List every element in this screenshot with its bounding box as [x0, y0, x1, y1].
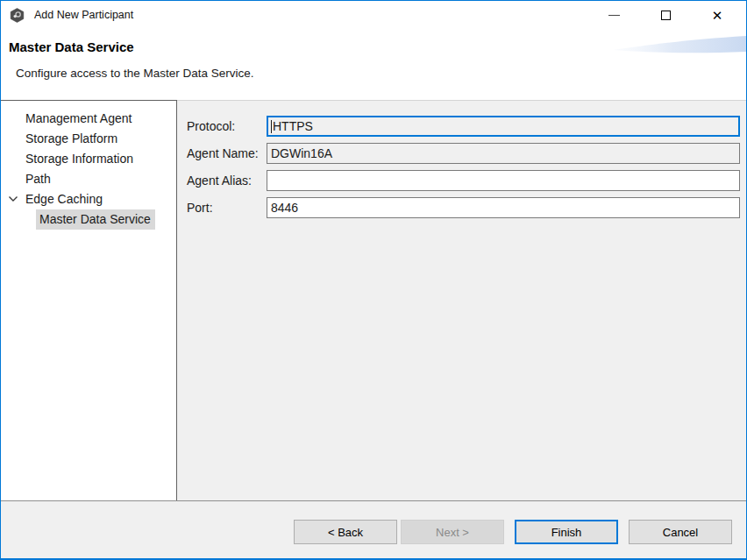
sidebar-item-edge-caching[interactable]: Edge Caching — [1, 189, 176, 209]
sidebar-item-storage-information[interactable]: Storage Information — [1, 149, 176, 169]
cancel-button[interactable]: Cancel — [629, 520, 732, 544]
sidebar-item-label: Path — [25, 172, 51, 186]
title-bar: Add New Participant ✕ — [1, 1, 746, 29]
back-button[interactable]: < Back — [294, 520, 397, 544]
button-bar: < Back Next > Finish Cancel — [1, 500, 746, 559]
sidebar-item-label: Edge Caching — [25, 192, 103, 206]
close-button[interactable]: ✕ — [706, 2, 729, 28]
sidebar-item-label: Storage Platform — [25, 131, 117, 145]
wizard-header: Master Data Service Configure access to … — [1, 29, 746, 100]
agent-name-input[interactable] — [267, 143, 740, 164]
port-input[interactable] — [267, 197, 740, 218]
agent-alias-input[interactable] — [267, 170, 740, 191]
header-swoosh-decoration — [613, 34, 746, 55]
maximize-icon — [661, 11, 671, 20]
protocol-label: Protocol: — [187, 116, 267, 137]
page-subtitle: Configure access to the Master Data Serv… — [16, 67, 746, 80]
hexagon-app-icon — [10, 8, 25, 23]
dialog-window: Add New Participant ✕ Mast — [0, 0, 747, 560]
agent-name-label: Agent Name: — [187, 143, 267, 164]
form-grid: Protocol: Agent Name: Agent Alias: Port: — [187, 116, 746, 218]
sidebar-item-label-selected: Master Data Service — [36, 209, 155, 230]
sidebar-item-storage-platform[interactable]: Storage Platform — [1, 129, 176, 149]
finish-button[interactable]: Finish — [515, 520, 618, 544]
window-controls: ✕ — [602, 1, 729, 29]
window-title: Add New Participant — [34, 1, 133, 29]
maximize-button[interactable] — [654, 2, 677, 28]
minimize-button[interactable] — [602, 2, 625, 28]
form-content-pane: Protocol: Agent Name: Agent Alias: Port: — [177, 100, 746, 500]
chevron-down-icon[interactable] — [8, 195, 18, 202]
sidebar-item-management-agent[interactable]: Management Agent — [1, 109, 176, 129]
sidebar-item-label: Management Agent — [25, 111, 132, 125]
sidebar-item-master-data-service[interactable]: Master Data Service — [1, 209, 176, 230]
dialog-body: Management Agent Storage Platform Storag… — [1, 100, 746, 500]
agent-alias-label: Agent Alias: — [187, 170, 267, 191]
close-icon: ✕ — [712, 9, 723, 22]
wizard-steps-sidebar: Management Agent Storage Platform Storag… — [1, 100, 177, 500]
sidebar-item-label: Storage Information — [25, 152, 133, 166]
next-button: Next > — [401, 520, 504, 544]
port-label: Port: — [187, 197, 267, 218]
sidebar-item-path[interactable]: Path — [1, 169, 176, 189]
minimize-icon — [608, 15, 620, 16]
protocol-input[interactable] — [267, 116, 740, 137]
